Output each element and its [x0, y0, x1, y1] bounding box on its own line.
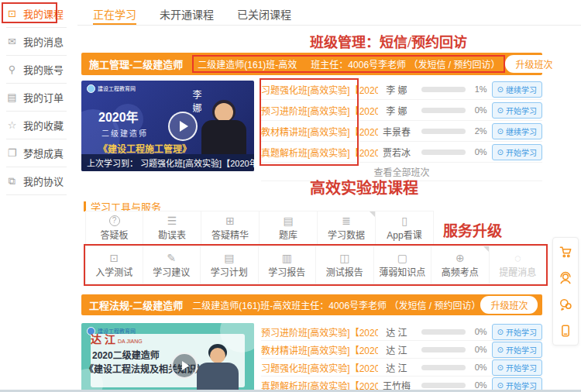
- class-row: 预习进阶班[高效实验]【2020年】 达 江 0% ⊙开始学习: [261, 323, 542, 341]
- progress-bar: [421, 129, 466, 134]
- continue-learning-button[interactable]: ⊙继续学习: [492, 123, 542, 139]
- tool-question-bank[interactable]: ▤ 题库: [260, 211, 318, 246]
- class-name-link[interactable]: 预习进阶班[高效实验]【2020年】: [261, 325, 378, 339]
- course-banner-regulations: 工程法规-二级建造师 二级建造师(161)班-高效 班主任：4006号李老师 （…: [81, 294, 542, 315]
- class-name-link[interactable]: 真题解析班[高效实验]【2020年】: [261, 146, 378, 159]
- tool-label: 答疑板: [100, 228, 128, 241]
- sidebar-item-my-agreements[interactable]: ⧉ 我的协议: [6, 167, 67, 195]
- play-circle-icon: ⊙: [497, 328, 504, 336]
- tool-study-advice[interactable]: ✎ 学习建议: [143, 246, 201, 284]
- play-circle-icon: ⊙: [497, 363, 504, 372]
- target-icon: ⊕: [456, 253, 465, 263]
- envelope-icon: ✉: [6, 36, 18, 47]
- tools-row-2: ⊡ 入学测试 ✎ 学习建议 ▤ 学习计划 ▥ 学习报告 ◫ 测试报告 ▢ 薄弱知…: [85, 246, 547, 284]
- head-teacher-contact[interactable]: 班主任：4006号李老师 （发短信 / 预约回访）: [311, 57, 500, 70]
- action-label: 继续学习: [506, 126, 537, 137]
- tool-label: 测试报告: [326, 265, 363, 278]
- teacher-name: 贾若冰: [378, 146, 415, 159]
- progress-bar: [421, 383, 466, 388]
- class-name-link[interactable]: 教材精讲班[高效实验]【2020年】: [261, 125, 378, 138]
- teacher-name: 达 江: [378, 361, 415, 374]
- progress-bar: [421, 87, 466, 92]
- tool-errata-list[interactable]: ☰ 勘误表: [143, 211, 201, 246]
- tool-high-frequency-points[interactable]: ⊕ 高频考点: [431, 246, 490, 284]
- play-circle-icon: ⊙: [497, 85, 504, 94]
- annotation-box-class-info: 二级建造师(161)班-高效 班主任：4006号李老师 （发短信 / 预约回访）: [192, 55, 505, 73]
- start-learning-button[interactable]: ⊙开始学习: [492, 144, 542, 160]
- tool-qa-board[interactable]: ? 答疑板: [85, 211, 143, 246]
- progress-percent: 2%: [466, 126, 487, 136]
- tool-label: 题库: [279, 228, 297, 241]
- start-learning-button[interactable]: ⊙开始学习: [492, 102, 542, 119]
- progress-percent: 1%: [466, 84, 487, 94]
- upgrade-class-button[interactable]: 升级班次: [480, 296, 538, 314]
- shopping-cart-icon[interactable]: [558, 244, 573, 260]
- sidebar-item-my-favorites[interactable]: ☆ 我的收藏: [6, 112, 67, 139]
- video-thumbnail-regulations[interactable]: 建设工程教育网 达 江DA JIANG 2020二级建造师 《建设工程法规及相关…: [81, 323, 254, 392]
- last-learned-bar: 上次学习到： 习题强化班[高效实验]【2020年】 1%: [81, 154, 254, 171]
- tool-study-data[interactable]: ≣ 学习数据: [318, 211, 376, 246]
- tool-test-report[interactable]: ◫ 测试报告: [316, 246, 374, 284]
- start-learning-button[interactable]: ⊙开始学习: [492, 342, 542, 358]
- tool-label: 入学测试: [95, 265, 132, 278]
- action-label: 开始学习: [506, 344, 537, 356]
- monitor-icon: ⊡: [109, 253, 119, 263]
- progress-percent: 0%: [466, 345, 487, 354]
- monitor-icon: ⊡: [6, 8, 18, 19]
- class-name-link[interactable]: 习题强化班[高效实验]【2020年】: [261, 83, 378, 96]
- progress-bar: [421, 347, 466, 352]
- upgrade-class-button[interactable]: 升级班次: [505, 55, 562, 73]
- class-name-link[interactable]: 教材精讲班[高效实验]【2020年】: [261, 343, 378, 356]
- sidebar-item-my-orders[interactable]: ▤ 我的订单: [6, 84, 67, 112]
- teacher-name: 李 娜: [378, 83, 415, 96]
- phone-icon: ▯: [401, 215, 407, 226]
- grid-icon: ⊞: [225, 215, 235, 226]
- class-row: 习题强化班[高效实验]【2020年】 达 江 0% ⊙开始学习: [261, 359, 542, 377]
- sidebar-item-my-courses[interactable]: ⊡ 我的课程: [6, 0, 67, 28]
- tool-study-report[interactable]: ▥ 学习报告: [259, 246, 317, 284]
- progress-percent: 0%: [466, 327, 487, 336]
- sidebar-item-label: 我的订单: [23, 90, 64, 105]
- video-thumbnail-construction-mgmt[interactable]: 建设工程教育网 2020年 二级建造师 《建设工程施工管理》 李娜 上次学习到：…: [81, 81, 254, 171]
- tool-label: 学习报告: [268, 265, 305, 278]
- class-name: 二级建造师(161)班-高效: [192, 298, 291, 311]
- sidebar-item-dreams-come-true[interactable]: ❐ 梦想成真: [6, 139, 67, 167]
- tool-qa-digest[interactable]: ⊞ 答疑精华: [201, 211, 260, 246]
- logo-text: 建设工程教育网: [98, 86, 136, 92]
- continue-learning-button[interactable]: ⊙继续学习: [492, 81, 542, 98]
- tool-label: 勘误表: [158, 228, 186, 241]
- progress-percent: 0%: [466, 147, 487, 156]
- tool-app-learning[interactable]: ▯ App看课: [376, 211, 434, 246]
- teacher-name: 达 江: [378, 325, 415, 339]
- course-title: 施工管理-二级建造师: [89, 57, 183, 71]
- teacher-name: 丰景春: [378, 125, 415, 138]
- head-teacher-contact[interactable]: 班主任：4006号李老师 （发短信 / 预约回访）: [291, 298, 480, 311]
- sidebar-item-label: 我的课程: [23, 6, 64, 21]
- presenter-name-cn: 达 江: [91, 333, 115, 346]
- wechat-contact-icon[interactable]: [558, 297, 573, 312]
- tabs-divider: [77, 25, 581, 26]
- start-learning-button[interactable]: ⊙开始学习: [492, 359, 542, 376]
- play-circle-icon: ⊙: [497, 381, 504, 390]
- play-triangle: [182, 361, 189, 370]
- class-name-link[interactable]: 预习进阶班[高效实验]【2020年】: [261, 104, 378, 117]
- class-row: 习题强化班[高效实验]【2020年】 李 娜 1% ⊙继续学习: [261, 79, 542, 100]
- mobile-app-icon[interactable]: [558, 323, 573, 339]
- customer-service-icon[interactable]: [558, 270, 573, 286]
- bookmark-icon: ▢: [397, 253, 407, 263]
- tool-entrance-test[interactable]: ⊡ 入学测试: [85, 246, 143, 284]
- tool-study-plan[interactable]: ▤ 学习计划: [201, 246, 259, 284]
- presenter-photo: [194, 344, 242, 392]
- class-name-link[interactable]: 习题强化班[高效实验]【2020年】: [261, 361, 378, 374]
- my-courses-page: ⊡ 我的课程 ✉ 我的消息 ⚲ 我的账号 ▤ 我的订单 ☆ 我的收藏 ❐ 梦想成…: [0, 0, 581, 392]
- tool-weak-knowledge-points[interactable]: ▢ 薄弱知识点: [374, 246, 432, 284]
- sidebar: ⊡ 我的课程 ✉ 我的消息 ⚲ 我的账号 ▤ 我的订单 ☆ 我的收藏 ❐ 梦想成…: [0, 0, 71, 195]
- teacher-name: 李 娜: [378, 104, 415, 117]
- tool-reminder-messages[interactable]: ◌ 提醒消息: [490, 246, 548, 284]
- sidebar-item-my-account[interactable]: ⚲ 我的账号: [6, 56, 67, 84]
- document-icon: ▤: [224, 253, 234, 263]
- start-learning-button[interactable]: ⊙开始学习: [492, 324, 542, 340]
- annotation-class-management: 班级管理：短信/预约回访: [310, 31, 467, 51]
- sidebar-item-my-messages[interactable]: ✉ 我的消息: [6, 28, 67, 56]
- tool-label: 学习数据: [328, 228, 365, 241]
